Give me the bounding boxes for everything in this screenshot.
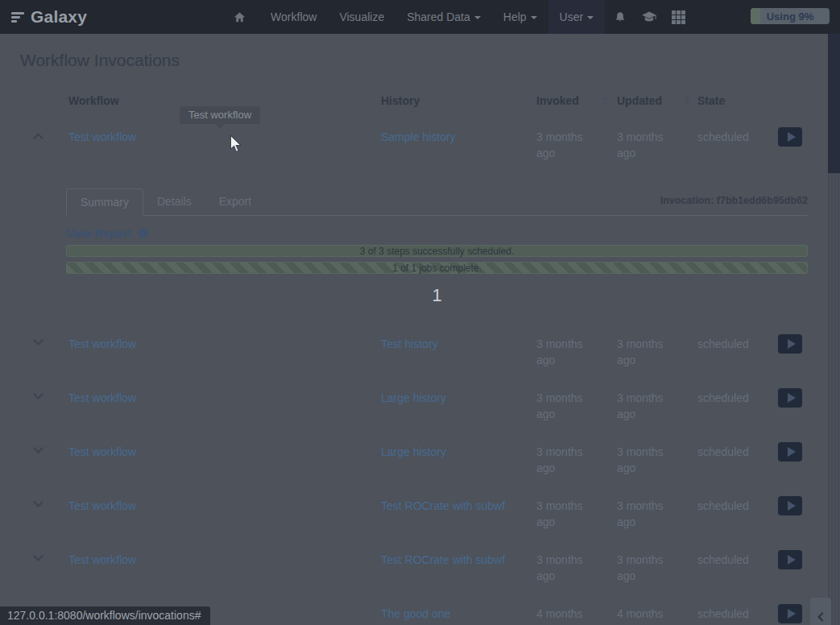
invocation-row: Test workflow Test ROCrate with subwf 3 … — [20, 530, 828, 584]
run-workflow-button[interactable] — [778, 388, 802, 408]
invoked-cell: 4 months ago — [536, 606, 617, 625]
run-workflow-button[interactable] — [778, 127, 802, 147]
workflow-name-link[interactable]: Test workflow — [68, 552, 381, 568]
tab-summary[interactable]: Summary — [66, 188, 143, 216]
row-actions — [778, 129, 828, 147]
bell-icon[interactable] — [611, 8, 629, 26]
browser-status-url: 127.0.0.1:8080/workflows/invocations# — [0, 606, 210, 625]
play-icon — [788, 393, 796, 403]
updated-cell: 3 months ago — [617, 444, 697, 476]
updated-cell: 3 months ago — [617, 336, 697, 368]
history-name-link[interactable]: Test ROCrate with subwf — [381, 498, 536, 514]
run-workflow-button[interactable] — [778, 496, 802, 515]
printer-icon — [137, 228, 149, 239]
nav-visualize-label: Visualize — [339, 10, 384, 23]
header-state: State — [697, 94, 778, 107]
state-cell: scheduled — [697, 129, 778, 145]
nav-user[interactable]: User — [548, 0, 606, 34]
invoked-cell: 3 months ago — [536, 498, 617, 530]
invocations-table: Workflow History Invoked Updated State T… — [20, 70, 828, 625]
nav-home[interactable] — [219, 0, 259, 34]
workflow-tooltip: Test workflow — [180, 106, 260, 124]
play-icon — [788, 447, 796, 457]
row-toggle[interactable] — [20, 129, 68, 142]
scrollbar-track[interactable] — [828, 34, 840, 625]
sort-icon[interactable] — [685, 97, 691, 105]
state-cell: scheduled — [697, 552, 778, 568]
invocation-row: Test workflow Large history 3 months ago… — [20, 422, 828, 476]
header-invoked-label: Invoked — [536, 94, 579, 107]
workflow-name-link[interactable]: Test workflow — [68, 390, 381, 406]
header-updated-label: Updated — [617, 94, 662, 107]
row-toggle[interactable] — [20, 498, 68, 506]
nav-workflow-label: Workflow — [271, 10, 317, 23]
tab-details[interactable]: Details — [143, 188, 205, 216]
nav-workflow[interactable]: Workflow — [259, 0, 328, 34]
row-toggle[interactable] — [20, 336, 68, 344]
pagination: 1 — [66, 284, 808, 308]
jobs-progress-bar: 1 of 1 jobs complete. — [66, 262, 808, 274]
nav-shared-data[interactable]: Shared Data — [395, 0, 492, 34]
row-toggle[interactable] — [20, 552, 68, 560]
run-workflow-button[interactable] — [778, 550, 802, 569]
workflow-name-link[interactable]: Test workflow — [68, 444, 381, 460]
row-toggle-icon — [33, 389, 43, 399]
play-icon — [788, 132, 796, 142]
view-report-label: View Report — [66, 227, 131, 240]
updated-cell: 3 months ago — [617, 498, 697, 530]
header-history: History — [381, 94, 536, 107]
invoked-cell: 3 months ago — [536, 552, 617, 584]
first-row-slot: Test workflow Sample history 3 months ag… — [20, 107, 828, 161]
run-workflow-button[interactable] — [778, 604, 802, 623]
table-header-row: Workflow History Invoked Updated State — [20, 70, 828, 107]
view-report-link[interactable]: View Report — [66, 227, 808, 240]
invoked-cell: 3 months ago — [536, 336, 617, 368]
run-workflow-button[interactable] — [778, 334, 802, 354]
state-cell: scheduled — [697, 390, 778, 406]
page-number-1[interactable]: 1 — [425, 284, 448, 308]
row-toggle-icon — [33, 335, 43, 346]
invocation-row: Test workflow Large history 3 months ago… — [20, 368, 828, 422]
mouse-cursor — [228, 135, 244, 153]
nav-visualize[interactable]: Visualize — [328, 0, 395, 34]
nav-help[interactable]: Help — [492, 0, 548, 34]
header-updated[interactable]: Updated — [617, 94, 697, 107]
sort-icon[interactable] — [602, 97, 608, 105]
tab-export[interactable]: Export — [205, 188, 265, 216]
expand-panel-button[interactable] — [810, 598, 831, 625]
grid-icon[interactable] — [669, 8, 687, 26]
header-workflow: Workflow — [68, 94, 381, 107]
history-name-link[interactable]: Test ROCrate with subwf — [381, 552, 536, 568]
row-actions — [778, 336, 828, 354]
row-actions — [778, 444, 828, 462]
workflow-name-link[interactable]: Test workflow — [68, 129, 381, 145]
row-actions — [778, 498, 828, 515]
state-cell: scheduled — [697, 336, 778, 352]
row-toggle[interactable] — [20, 444, 68, 452]
row-toggle[interactable] — [20, 390, 68, 398]
invocation-row: Test workflow Test ROCrate with subwf 3 … — [20, 476, 828, 530]
row-toggle-icon — [33, 133, 43, 143]
header-invoked[interactable]: Invoked — [536, 94, 617, 107]
home-icon — [230, 8, 248, 26]
state-cell: scheduled — [697, 444, 778, 460]
run-workflow-button[interactable] — [778, 442, 802, 462]
invoked-cell: 3 months ago — [536, 444, 617, 476]
history-name-link[interactable]: Large history — [381, 390, 536, 406]
play-icon — [788, 501, 796, 511]
main-content: Workflow Invocations Workflow History In… — [0, 34, 828, 625]
galaxy-brand[interactable]: Galaxy — [11, 7, 87, 27]
scrollbar-thumb[interactable] — [828, 34, 840, 173]
history-name-link[interactable]: Sample history — [381, 129, 536, 145]
history-name-link[interactable]: The good one — [381, 606, 536, 622]
workflow-name-link[interactable]: Test workflow — [68, 336, 381, 352]
history-name-link[interactable]: Large history — [381, 444, 536, 460]
usage-label: Using 9% — [751, 8, 830, 24]
storage-usage-meter[interactable]: Using 9% — [751, 8, 830, 24]
graduation-cap-icon[interactable] — [640, 8, 658, 26]
chevron-down-icon — [474, 16, 481, 19]
workflow-name-link[interactable]: Test workflow — [68, 498, 381, 514]
updated-cell: 3 months ago — [617, 552, 697, 584]
galaxy-logo-icon — [11, 12, 24, 23]
history-name-link[interactable]: Test history — [381, 336, 536, 352]
